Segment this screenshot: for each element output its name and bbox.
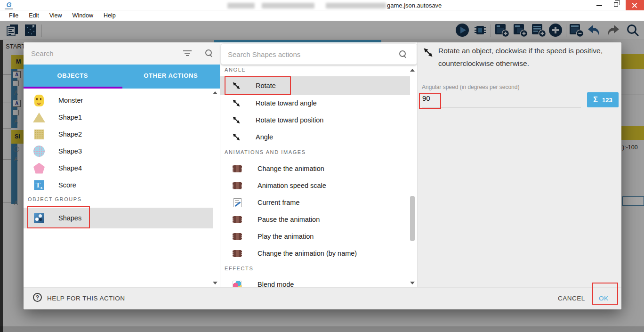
screen: G game.json.autosave File Edit View Wind… [0, 0, 644, 332]
action-row-change-animation[interactable]: Change the animation [220, 160, 410, 177]
circle-icon [33, 146, 45, 157]
square-icon [33, 130, 45, 139]
help-link[interactable]: HELP FOR THIS ACTION [47, 295, 125, 302]
angular-speed-label: Angular speed (in degrees per second) [422, 84, 519, 90]
action-editor-dialog: OBJECTS OTHER ACTIONS Monster Shape1 Sha… [24, 42, 621, 309]
gdevelop-logo-icon: G [5, 1, 13, 9]
minimize-icon [596, 5, 602, 6]
object-search-input[interactable] [31, 47, 172, 59]
group-row-shapes[interactable]: Shapes [24, 208, 213, 228]
menu-bar: File Edit View Window Help [0, 10, 644, 21]
menu-window[interactable]: Window [67, 10, 98, 21]
close-button[interactable] [626, 0, 644, 10]
object-groups-header: OBJECT GROUPS [28, 196, 82, 202]
search-icon [399, 50, 407, 58]
sigma-icon: Σ [593, 96, 598, 104]
left-scroll-down[interactable] [213, 282, 217, 284]
object-row-shape1[interactable]: Shape1 [24, 109, 213, 126]
actions-scroll-up[interactable] [410, 69, 415, 72]
menu-view[interactable]: View [44, 10, 67, 21]
window-titlebar: G game.json.autosave [0, 0, 644, 10]
object-row-shape4[interactable]: Shape4 [24, 160, 213, 177]
actions-search-card [221, 44, 417, 65]
text-object-icon: Tx [33, 180, 45, 190]
rotate-icon [231, 98, 242, 108]
filter-icon[interactable] [183, 50, 192, 56]
menu-file[interactable]: File [4, 10, 24, 21]
rotate-icon [231, 115, 242, 125]
restore-button[interactable] [608, 0, 626, 10]
action-row-current-frame[interactable]: Current frame [220, 194, 410, 211]
triangle-icon [33, 113, 45, 122]
action-row-rotate-toward-position[interactable]: Rotate toward position [220, 112, 410, 129]
film-strip-icon [231, 216, 243, 223]
menu-edit[interactable]: Edit [24, 10, 44, 21]
object-search-band [24, 42, 220, 65]
pentagon-icon [33, 163, 45, 174]
action-row-change-animation-by-name[interactable]: Change the animation (by name) [220, 245, 410, 262]
tab-objects[interactable]: OBJECTS [24, 65, 122, 89]
action-row-angle[interactable]: Angle [220, 129, 410, 146]
expression-editor-button[interactable]: Σ 123 [587, 92, 619, 107]
rotate-icon [231, 81, 242, 91]
cancel-button[interactable]: CANCEL [558, 295, 585, 302]
active-tab-underline [24, 87, 122, 89]
actions-scroll-down[interactable] [410, 282, 415, 284]
action-row-rotate-toward-angle[interactable]: Rotate toward angle [220, 95, 410, 112]
angular-speed-input[interactable] [422, 94, 479, 102]
dialog-footer: ? HELP FOR THIS ACTION CANCEL OK [24, 287, 621, 309]
object-row-shape2[interactable]: Shape2 [24, 126, 213, 143]
film-strip-icon [231, 233, 243, 240]
rotate-icon [231, 132, 242, 142]
left-scroll-up[interactable] [213, 91, 217, 94]
title-redacted-3 [326, 3, 386, 8]
rotate-icon [422, 46, 435, 59]
help-icon: ? [33, 293, 42, 302]
frame-edit-icon [231, 198, 243, 207]
film-strip-icon [231, 165, 243, 172]
object-row-shape3[interactable]: Shape3 [24, 143, 213, 160]
section-header-animations: ANIMATIONS AND IMAGES [225, 149, 306, 155]
section-header-effects: EFFECTS [225, 266, 253, 271]
section-header-angle: ANGLE [225, 67, 246, 73]
minimize-button[interactable] [590, 0, 608, 10]
search-icon [205, 49, 213, 57]
left-panel-tabs: OBJECTS OTHER ACTIONS [24, 65, 220, 89]
tab-other-actions[interactable]: OTHER ACTIONS [122, 65, 220, 89]
object-group-icon [33, 213, 45, 223]
action-description: Rotate an object, clockwise if the speed… [438, 44, 618, 70]
film-strip-icon [231, 182, 243, 189]
input-underline [422, 107, 581, 107]
actions-search-input[interactable] [228, 48, 378, 60]
action-row-animation-speed-scale[interactable]: Animation speed scale [220, 177, 410, 194]
restore-icon [614, 2, 618, 7]
action-row-rotate[interactable]: Rotate [220, 76, 410, 95]
action-row-play-animation[interactable]: Play the animation [220, 228, 410, 245]
action-row-pause-animation[interactable]: Pause the animation [220, 211, 410, 228]
object-row-monster[interactable]: Monster [24, 92, 213, 109]
object-row-score[interactable]: Tx Score [24, 177, 213, 194]
menu-help[interactable]: Help [98, 10, 121, 21]
action-detail-panel: Rotate an object, clockwise if the speed… [417, 42, 621, 309]
actions-scrollbar-thumb[interactable] [410, 196, 415, 241]
window-title: game.json.autosave [387, 2, 442, 9]
title-redacted-1 [227, 3, 255, 8]
film-strip-icon [231, 250, 243, 257]
monster-icon [33, 95, 45, 106]
close-icon [632, 3, 637, 8]
ok-button[interactable]: OK [599, 295, 609, 302]
title-redacted-2 [262, 3, 314, 8]
